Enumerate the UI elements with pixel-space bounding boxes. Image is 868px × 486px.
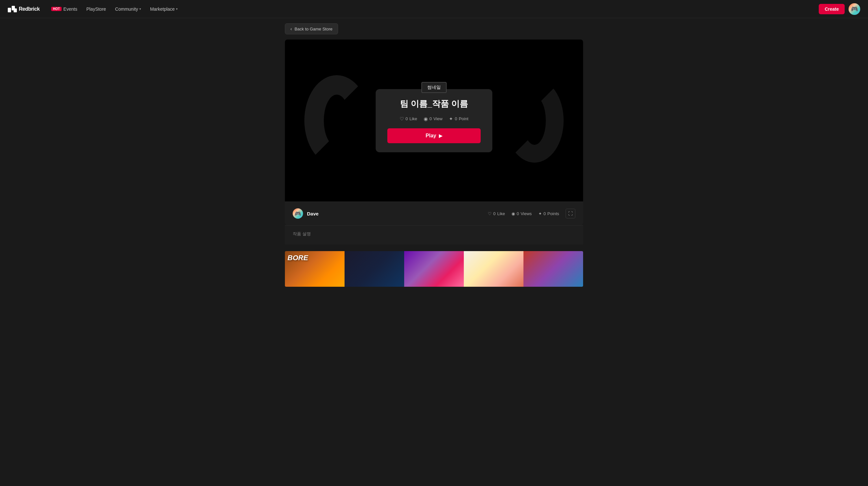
info-points-stat: ✦ 0 Points: [538, 211, 559, 216]
navbar: Redbrick HOT Events PlayStore Community …: [0, 0, 868, 18]
marketplace-chevron-icon: ▾: [176, 7, 178, 11]
main-content: ‹ Back to Game Store 썸네일 팀 이름_작품 이름 ♡ 0 …: [285, 18, 583, 287]
info-star-icon: ✦: [538, 211, 542, 216]
game-card-4[interactable]: [464, 251, 523, 287]
back-button[interactable]: ‹ Back to Game Store: [285, 23, 338, 34]
create-button[interactable]: Create: [819, 4, 845, 14]
game-points-count: 0: [455, 116, 457, 121]
author-info: 🎮 Dave: [293, 208, 319, 219]
nav-item-community[interactable]: Community ▾: [111, 4, 145, 13]
game-card-1-bg: BORE: [285, 251, 345, 287]
overlay-card: 썸네일 팀 이름_작품 이름 ♡ 0 Like ◉ 0 View ✦ 0 Poi…: [376, 89, 492, 152]
description-text: 작품 설명: [293, 231, 311, 236]
info-views-count: 0: [517, 211, 519, 216]
description-area: 작품 설명: [285, 225, 583, 245]
heart-icon: ♡: [400, 116, 404, 122]
game-card-4-bg: [464, 251, 523, 287]
nav-marketplace-label: Marketplace: [150, 6, 175, 12]
avatar[interactable]: 🎮: [848, 3, 860, 15]
navbar-right: Create 🎮: [819, 3, 860, 15]
nav-item-marketplace[interactable]: Marketplace ▾: [146, 4, 182, 13]
game-stats-row: ♡ 0 Like ◉ 0 View ✦ 0 Point: [387, 116, 481, 122]
star-icon: ✦: [449, 116, 453, 122]
game-cards-row: BORE: [285, 251, 583, 287]
play-button-label: Play: [426, 133, 436, 139]
game-card-3[interactable]: [404, 251, 464, 287]
bg-arc-right: [505, 78, 564, 163]
nav-events-label: Events: [64, 6, 78, 12]
game-likes-label: Like: [409, 116, 417, 121]
community-chevron-icon: ▾: [140, 7, 141, 11]
info-points-count: 0: [544, 211, 546, 216]
nav-community-label: Community: [115, 6, 138, 12]
nav-item-playstore[interactable]: PlayStore: [82, 4, 110, 13]
author-name: Dave: [307, 211, 319, 217]
logo-text: Redbrick: [19, 6, 39, 12]
info-views-label: Views: [521, 211, 532, 216]
info-heart-icon: ♡: [488, 211, 492, 216]
info-eye-icon: ◉: [512, 211, 515, 216]
expand-button[interactable]: ⛶: [566, 209, 575, 218]
game-points-label: Point: [459, 116, 468, 121]
nav-playstore-label: PlayStore: [86, 6, 106, 12]
game-preview: 썸네일 팀 이름_작품 이름 ♡ 0 Like ◉ 0 View ✦ 0 Poi…: [285, 39, 583, 201]
expand-icon: ⛶: [568, 211, 573, 216]
bg-arc-left: [304, 75, 369, 166]
back-arrow-icon: ‹: [290, 26, 292, 31]
game-card-2[interactable]: [345, 251, 404, 287]
thumbnail-label: 썸네일: [421, 82, 447, 93]
game-views-count: 0: [430, 116, 432, 121]
hot-badge: HOT: [51, 7, 61, 11]
play-triangle-icon: ▶: [439, 133, 442, 138]
info-likes-label: Like: [497, 211, 505, 216]
game-card-5-bg: [523, 251, 583, 287]
game-points-stat: ✦ 0 Point: [449, 116, 468, 122]
nav-items: HOT Events PlayStore Community ▾ Marketp…: [47, 4, 811, 13]
info-stats: ♡ 0 Like ◉ 0 Views ✦ 0 Points ⛶: [488, 209, 575, 218]
game-card-3-bg: [404, 251, 464, 287]
game-card-5[interactable]: [523, 251, 583, 287]
info-likes-stat: ♡ 0 Like: [488, 211, 505, 216]
logo[interactable]: Redbrick: [8, 6, 39, 12]
eye-icon: ◉: [424, 116, 428, 122]
back-button-label: Back to Game Store: [294, 27, 333, 31]
info-likes-count: 0: [493, 211, 496, 216]
redbrick-logo-icon: [8, 6, 17, 12]
game-likes-stat: ♡ 0 Like: [400, 116, 417, 122]
info-points-label: Points: [548, 211, 559, 216]
svg-rect-2: [13, 8, 17, 12]
play-button[interactable]: Play ▶: [387, 128, 481, 143]
svg-rect-0: [8, 8, 11, 12]
game-title: 팀 이름_작품 이름: [387, 98, 481, 109]
nav-item-events[interactable]: HOT Events: [47, 4, 81, 13]
game-card-1[interactable]: BORE: [285, 251, 345, 287]
game-card-2-bg: [345, 251, 404, 287]
author-avatar[interactable]: 🎮: [293, 208, 303, 219]
game-views-stat: ◉ 0 View: [424, 116, 442, 122]
info-views-stat: ◉ 0 Views: [512, 211, 532, 216]
game-views-label: View: [433, 116, 442, 121]
info-bar: 🎮 Dave ♡ 0 Like ◉ 0 Views ✦ 0 Points ⛶: [285, 201, 583, 225]
game-likes-count: 0: [405, 116, 408, 121]
